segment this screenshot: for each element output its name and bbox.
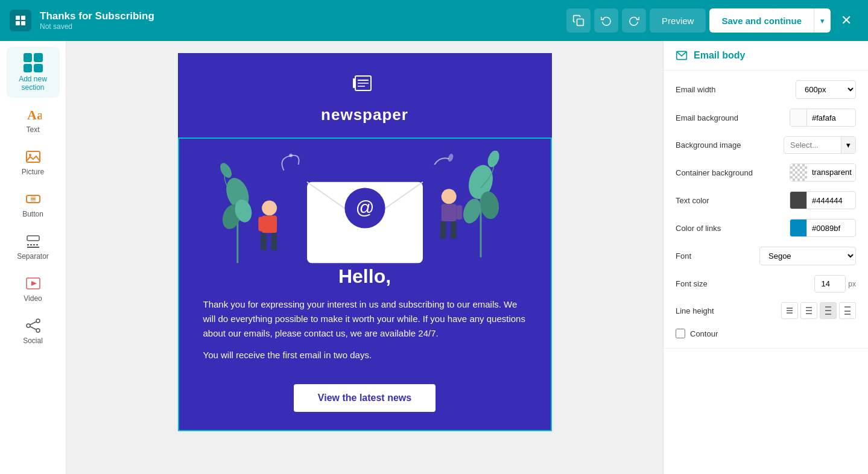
svg-text:@: @ <box>355 197 374 218</box>
svg-rect-47 <box>440 221 446 239</box>
email-paragraph-1: Thank you for expressing your interest i… <box>191 297 539 341</box>
sidebar-item-add-section-label: Add new section <box>10 75 56 92</box>
svg-point-36 <box>486 151 501 169</box>
email-cta-button[interactable]: View the latest news <box>294 384 436 412</box>
topbar-title: Thanks for Subscribing Not saved <box>40 10 154 31</box>
line-height-btn-1[interactable] <box>781 302 798 319</box>
email-body-icon <box>676 49 688 62</box>
line-height-control <box>781 302 856 319</box>
text-color-label: Text color <box>676 196 790 205</box>
svg-rect-23 <box>353 78 355 88</box>
email-illustration: @ <box>191 151 539 265</box>
sidebar-item-video-label: Video <box>24 294 42 303</box>
links-color-swatch[interactable] <box>790 220 807 236</box>
preview-button[interactable]: Preview <box>650 8 706 33</box>
svg-rect-0 <box>16 16 20 20</box>
svg-line-21 <box>30 327 36 330</box>
newspaper-icon <box>352 70 378 102</box>
svg-rect-4 <box>577 19 584 26</box>
save-continue-group: Save and continue ▾ <box>709 8 831 33</box>
svg-point-18 <box>36 329 40 332</box>
svg-point-31 <box>218 161 234 180</box>
text-color-swatch[interactable] <box>790 192 807 209</box>
topbar-actions: Preview Save and continue ▾ ✕ <box>566 8 858 33</box>
right-panel: Email body Email width 600px 700px 800px… <box>663 41 868 474</box>
sidebar-item-video[interactable]: Video <box>7 269 60 309</box>
line-height-btn-4[interactable] <box>839 302 856 319</box>
line-height-label: Line height <box>676 306 781 315</box>
container-background-label: Container background <box>676 168 790 177</box>
svg-line-20 <box>30 322 36 325</box>
container-background-text: transparent <box>807 164 855 181</box>
svg-point-17 <box>36 319 40 323</box>
redo-button[interactable] <box>622 8 646 33</box>
sidebar-item-social[interactable]: Social <box>7 311 60 351</box>
svg-rect-48 <box>451 221 457 239</box>
contour-checkbox[interactable] <box>676 329 685 338</box>
app-logo <box>10 10 31 31</box>
close-button[interactable]: ✕ <box>834 8 858 33</box>
sidebar-item-text[interactable]: Aa Text <box>7 100 60 140</box>
text-color-wrap <box>790 191 856 209</box>
save-dropdown-button[interactable]: ▾ <box>814 8 831 33</box>
svg-rect-46 <box>441 204 456 221</box>
line-height-btn-2[interactable] <box>800 302 817 319</box>
email-width-select[interactable]: 600px 700px 800px <box>796 80 856 99</box>
background-image-dropdown[interactable]: ▾ <box>841 137 855 153</box>
line-height-btn-3[interactable] <box>820 302 837 319</box>
links-color-label: Color of links <box>676 224 790 233</box>
email-width-label: Email width <box>676 85 796 94</box>
svg-rect-49 <box>456 205 462 220</box>
font-size-label: Font size <box>676 279 814 288</box>
email-background-label: Email background <box>676 113 790 122</box>
container-background-wrap: transparent <box>790 163 856 182</box>
sidebar-item-separator-label: Separator <box>17 252 49 261</box>
contour-row: Contour <box>676 329 856 338</box>
svg-point-50 <box>289 154 293 157</box>
save-continue-button[interactable]: Save and continue <box>709 8 814 33</box>
panel-header: Email body <box>664 41 868 71</box>
svg-point-7 <box>29 154 31 156</box>
svg-marker-16 <box>31 281 37 286</box>
text-color-input[interactable] <box>807 194 855 207</box>
svg-rect-3 <box>21 21 25 25</box>
email-wrapper: newspaper <box>178 53 552 474</box>
email-background-input[interactable] <box>807 111 855 125</box>
svg-text:Aa: Aa <box>27 107 42 122</box>
sidebar-item-picture[interactable]: Picture <box>7 142 60 182</box>
copy-button[interactable] <box>566 8 591 33</box>
background-image-placeholder: Select... <box>784 137 841 153</box>
font-label: Font <box>676 251 759 261</box>
svg-rect-44 <box>258 216 264 231</box>
sidebar-item-text-label: Text <box>26 125 39 134</box>
background-image-label: Background image <box>676 141 784 150</box>
email-body-section[interactable]: @ <box>178 137 552 431</box>
topbar-title-sub: Not saved <box>40 22 154 31</box>
sidebar-item-button[interactable]: Button <box>7 185 60 224</box>
newspaper-title: newspaper <box>321 106 408 124</box>
canvas-area[interactable]: newspaper <box>66 41 663 474</box>
svg-rect-42 <box>261 233 267 250</box>
topbar-title-main: Thanks for Subscribing <box>40 10 154 22</box>
font-size-input[interactable] <box>814 275 846 292</box>
links-color-wrap <box>790 219 856 237</box>
sidebar-item-add-section[interactable]: Add new section <box>7 47 60 98</box>
undo-button[interactable] <box>594 8 618 33</box>
svg-rect-1 <box>21 16 25 20</box>
font-select[interactable]: Segoe Arial Georgia Times New Roman <box>759 247 856 265</box>
main-layout: Add new section Aa Text Picture <box>0 41 868 474</box>
sidebar-item-separator[interactable]: Separator <box>7 227 60 267</box>
svg-rect-6 <box>27 151 40 162</box>
email-background-swatch[interactable] <box>790 109 807 126</box>
sidebar-item-button-label: Button <box>22 210 43 218</box>
email-background-color-wrap <box>790 109 856 127</box>
topbar: Thanks for Subscribing Not saved Preview… <box>0 0 868 41</box>
container-background-swatch[interactable] <box>790 164 807 181</box>
font-size-unit: px <box>848 280 856 288</box>
links-color-input[interactable] <box>807 221 855 235</box>
email-paragraph-2: You will receive the first email in two … <box>191 348 539 362</box>
font-size-control: px <box>814 275 856 292</box>
email-cta-wrap: View the latest news <box>191 370 539 418</box>
email-header-section[interactable]: newspaper <box>178 53 552 137</box>
svg-rect-12 <box>27 236 39 241</box>
